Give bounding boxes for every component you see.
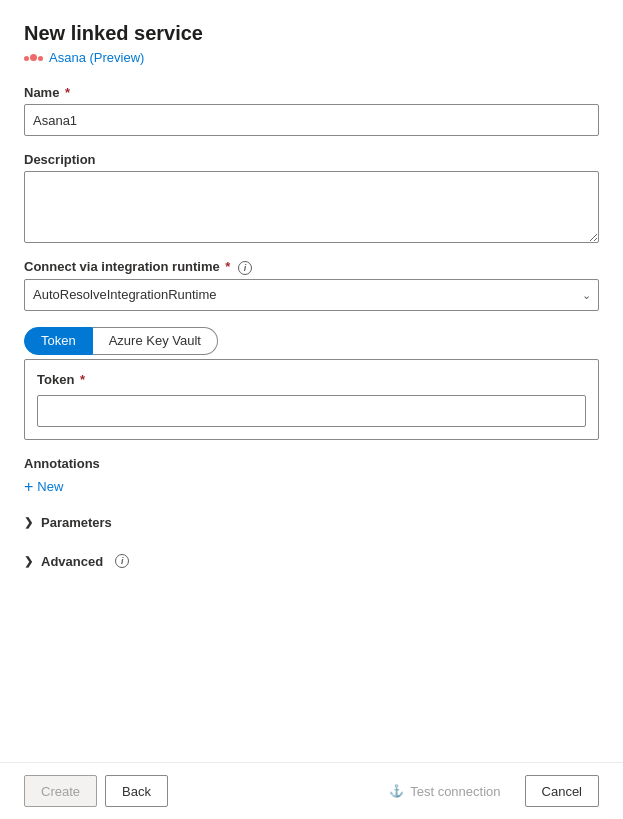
azure-key-vault-tab[interactable]: Azure Key Vault (93, 327, 218, 355)
description-label: Description (24, 152, 599, 167)
token-tab[interactable]: Token (24, 327, 93, 355)
test-connection-label: Test connection (410, 784, 500, 799)
integration-runtime-group: Connect via integration runtime * i Auto… (24, 259, 599, 311)
name-input[interactable] (24, 104, 599, 136)
parameters-section: ❯ Parameters (24, 511, 599, 534)
plus-icon: + (24, 479, 33, 495)
back-button[interactable]: Back (105, 775, 168, 807)
token-section: Token * (24, 359, 599, 440)
auth-toggle-group: Token Azure Key Vault Token * (24, 327, 599, 440)
integration-runtime-select-wrapper: AutoResolveIntegrationRuntime ⌄ (24, 279, 599, 311)
info-icon[interactable]: i (238, 261, 252, 275)
parameters-label: Parameters (41, 515, 112, 530)
parameters-toggle[interactable]: ❯ Parameters (24, 511, 599, 534)
annotations-label: Annotations (24, 456, 599, 471)
footer-right: ⚓ Test connection Cancel (373, 775, 599, 807)
integration-runtime-select[interactable]: AutoResolveIntegrationRuntime (24, 279, 599, 311)
ir-required: * (222, 259, 231, 274)
advanced-section: ❯ Advanced i (24, 550, 599, 573)
token-required: * (76, 372, 85, 387)
annotations-section: Annotations + New (24, 456, 599, 495)
name-label: Name * (24, 85, 599, 100)
description-field-group: Description (24, 152, 599, 243)
integration-runtime-label: Connect via integration runtime * i (24, 259, 599, 275)
service-subtitle: Asana (Preview) (24, 50, 599, 65)
add-annotation-label: New (37, 479, 63, 494)
footer-left: Create Back (24, 775, 168, 807)
advanced-label: Advanced (41, 554, 103, 569)
token-label: Token * (37, 372, 586, 387)
add-annotation-button[interactable]: + New (24, 479, 599, 495)
advanced-toggle[interactable]: ❯ Advanced i (24, 550, 599, 573)
token-input[interactable] (37, 395, 586, 427)
advanced-chevron-icon: ❯ (24, 555, 33, 568)
parameters-chevron-icon: ❯ (24, 516, 33, 529)
cancel-button[interactable]: Cancel (525, 775, 599, 807)
name-required: * (61, 85, 70, 100)
advanced-info-icon[interactable]: i (115, 554, 129, 568)
page-title: New linked service (24, 20, 599, 46)
asana-icon (24, 54, 43, 61)
footer: Create Back ⚓ Test connection Cancel (0, 762, 623, 819)
description-input[interactable] (24, 171, 599, 243)
title-section: New linked service Asana (Preview) (24, 20, 599, 65)
service-subtitle-text: Asana (Preview) (49, 50, 144, 65)
test-connection-icon: ⚓ (389, 784, 404, 798)
create-button[interactable]: Create (24, 775, 97, 807)
test-connection-button[interactable]: ⚓ Test connection (373, 775, 516, 807)
name-field-group: Name * (24, 85, 599, 136)
